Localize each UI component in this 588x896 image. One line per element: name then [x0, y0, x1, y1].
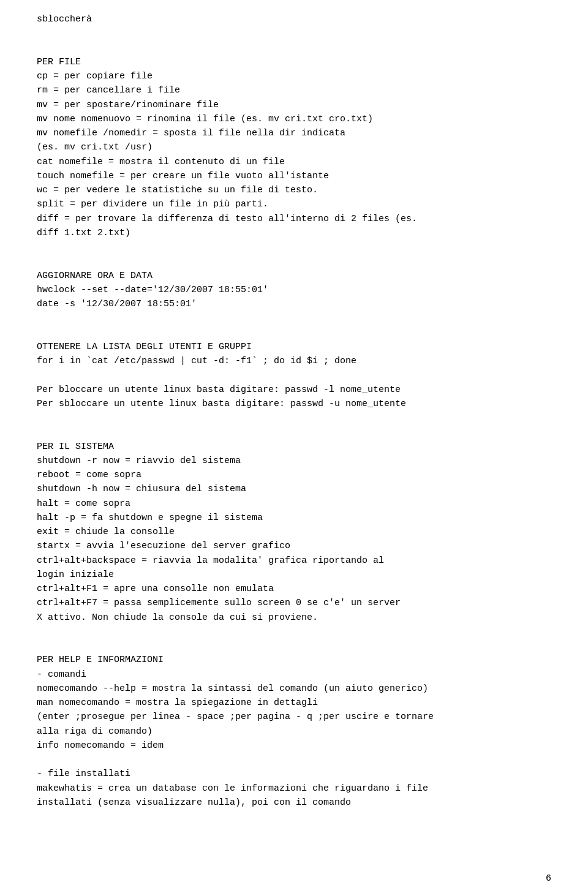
page-number: 6 [546, 873, 551, 884]
page-container: sbloccherà PER FILE cp = per copiare fil… [0, 0, 588, 846]
main-content: sbloccherà PER FILE cp = per copiare fil… [37, 12, 551, 810]
